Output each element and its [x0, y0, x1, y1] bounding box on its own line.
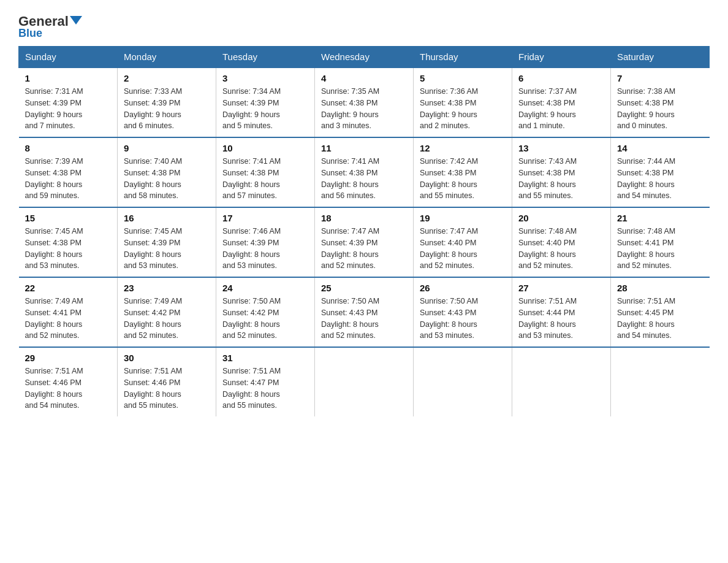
day-number: 15: [25, 213, 112, 223]
day-number: 8: [25, 143, 112, 153]
calendar-cell: 21 Sunrise: 7:48 AMSunset: 4:41 PMDaylig…: [611, 207, 710, 277]
calendar-cell: [315, 347, 414, 416]
day-number: 5: [420, 73, 506, 83]
calendar-cell: 10 Sunrise: 7:41 AMSunset: 4:38 PMDaylig…: [216, 137, 315, 207]
day-number: 29: [25, 353, 112, 363]
day-number: 18: [321, 213, 407, 223]
day-info: Sunrise: 7:50 AMSunset: 4:43 PMDaylight:…: [321, 296, 407, 342]
day-number: 1: [25, 73, 112, 83]
calendar-cell: 30 Sunrise: 7:51 AMSunset: 4:46 PMDaylig…: [118, 347, 216, 416]
day-number: 9: [124, 143, 210, 153]
day-info: Sunrise: 7:51 AMSunset: 4:45 PMDaylight:…: [617, 296, 703, 342]
day-info: Sunrise: 7:49 AMSunset: 4:41 PMDaylight:…: [25, 296, 112, 342]
day-info: Sunrise: 7:45 AMSunset: 4:38 PMDaylight:…: [25, 226, 112, 272]
calendar-cell: [611, 347, 710, 416]
page-header: General Blue: [18, 15, 710, 40]
day-info: Sunrise: 7:39 AMSunset: 4:38 PMDaylight:…: [25, 156, 112, 202]
day-info: Sunrise: 7:31 AMSunset: 4:39 PMDaylight:…: [25, 86, 112, 132]
calendar-cell: 17 Sunrise: 7:46 AMSunset: 4:39 PMDaylig…: [216, 207, 315, 277]
calendar-cell: 24 Sunrise: 7:50 AMSunset: 4:42 PMDaylig…: [216, 277, 315, 347]
calendar-cell: 13 Sunrise: 7:43 AMSunset: 4:38 PMDaylig…: [512, 137, 611, 207]
calendar-cell: 16 Sunrise: 7:45 AMSunset: 4:39 PMDaylig…: [118, 207, 216, 277]
header-wednesday: Wednesday: [315, 47, 414, 68]
calendar-cell: 22 Sunrise: 7:49 AMSunset: 4:41 PMDaylig…: [19, 277, 118, 347]
day-number: 19: [420, 213, 506, 223]
calendar-cell: [512, 347, 611, 416]
day-number: 10: [222, 143, 308, 153]
day-info: Sunrise: 7:51 AMSunset: 4:47 PMDaylight:…: [222, 366, 308, 412]
day-number: 22: [25, 283, 112, 293]
day-number: 28: [617, 283, 703, 293]
day-info: Sunrise: 7:40 AMSunset: 4:38 PMDaylight:…: [124, 156, 210, 202]
calendar-cell: 25 Sunrise: 7:50 AMSunset: 4:43 PMDaylig…: [315, 277, 414, 347]
day-number: 25: [321, 283, 407, 293]
day-info: Sunrise: 7:49 AMSunset: 4:42 PMDaylight:…: [124, 296, 210, 342]
day-info: Sunrise: 7:47 AMSunset: 4:39 PMDaylight:…: [321, 226, 407, 272]
calendar-cell: 6 Sunrise: 7:37 AMSunset: 4:38 PMDayligh…: [512, 67, 611, 137]
calendar-cell: [414, 347, 512, 416]
calendar-cell: 26 Sunrise: 7:50 AMSunset: 4:43 PMDaylig…: [414, 277, 512, 347]
day-info: Sunrise: 7:47 AMSunset: 4:40 PMDaylight:…: [420, 226, 506, 272]
day-info: Sunrise: 7:41 AMSunset: 4:38 PMDaylight:…: [321, 156, 407, 202]
header-monday: Monday: [118, 47, 216, 68]
day-number: 4: [321, 73, 407, 83]
header-friday: Friday: [512, 47, 611, 68]
calendar-cell: 1 Sunrise: 7:31 AMSunset: 4:39 PMDayligh…: [19, 67, 118, 137]
calendar-cell: 18 Sunrise: 7:47 AMSunset: 4:39 PMDaylig…: [315, 207, 414, 277]
day-number: 31: [222, 353, 308, 363]
calendar-cell: 28 Sunrise: 7:51 AMSunset: 4:45 PMDaylig…: [611, 277, 710, 347]
day-number: 27: [518, 283, 604, 293]
day-number: 21: [617, 213, 703, 223]
day-number: 26: [420, 283, 506, 293]
day-number: 11: [321, 143, 407, 153]
calendar-cell: 29 Sunrise: 7:51 AMSunset: 4:46 PMDaylig…: [19, 347, 118, 416]
calendar-cell: 3 Sunrise: 7:34 AMSunset: 4:39 PMDayligh…: [216, 67, 315, 137]
day-number: 3: [222, 73, 308, 83]
logo-blue: Blue: [18, 27, 42, 40]
day-info: Sunrise: 7:33 AMSunset: 4:39 PMDaylight:…: [124, 86, 210, 132]
day-number: 24: [222, 283, 308, 293]
calendar-week-row: 15 Sunrise: 7:45 AMSunset: 4:38 PMDaylig…: [19, 207, 710, 277]
header-saturday: Saturday: [611, 47, 710, 68]
day-info: Sunrise: 7:51 AMSunset: 4:46 PMDaylight:…: [25, 366, 112, 412]
day-info: Sunrise: 7:46 AMSunset: 4:39 PMDaylight:…: [222, 226, 308, 272]
calendar-cell: 20 Sunrise: 7:48 AMSunset: 4:40 PMDaylig…: [512, 207, 611, 277]
calendar-cell: 31 Sunrise: 7:51 AMSunset: 4:47 PMDaylig…: [216, 347, 315, 416]
header-sunday: Sunday: [19, 47, 118, 68]
day-number: 30: [124, 353, 210, 363]
calendar-week-row: 8 Sunrise: 7:39 AMSunset: 4:38 PMDayligh…: [19, 137, 710, 207]
day-info: Sunrise: 7:48 AMSunset: 4:41 PMDaylight:…: [617, 226, 703, 272]
day-number: 6: [518, 73, 604, 83]
calendar-cell: 8 Sunrise: 7:39 AMSunset: 4:38 PMDayligh…: [19, 137, 118, 207]
day-number: 12: [420, 143, 506, 153]
day-info: Sunrise: 7:36 AMSunset: 4:38 PMDaylight:…: [420, 86, 506, 132]
calendar-header-row: SundayMondayTuesdayWednesdayThursdayFrid…: [19, 47, 710, 68]
header-thursday: Thursday: [414, 47, 512, 68]
logo-general: General: [18, 15, 69, 28]
logo-triangle-icon: [70, 16, 82, 25]
day-number: 7: [617, 73, 703, 83]
day-info: Sunrise: 7:50 AMSunset: 4:43 PMDaylight:…: [420, 296, 506, 342]
calendar-cell: 5 Sunrise: 7:36 AMSunset: 4:38 PMDayligh…: [414, 67, 512, 137]
calendar-week-row: 1 Sunrise: 7:31 AMSunset: 4:39 PMDayligh…: [19, 67, 710, 137]
day-number: 16: [124, 213, 210, 223]
day-info: Sunrise: 7:45 AMSunset: 4:39 PMDaylight:…: [124, 226, 210, 272]
day-info: Sunrise: 7:35 AMSunset: 4:38 PMDaylight:…: [321, 86, 407, 132]
calendar-week-row: 22 Sunrise: 7:49 AMSunset: 4:41 PMDaylig…: [19, 277, 710, 347]
day-info: Sunrise: 7:34 AMSunset: 4:39 PMDaylight:…: [222, 86, 308, 132]
day-info: Sunrise: 7:38 AMSunset: 4:38 PMDaylight:…: [617, 86, 703, 132]
calendar-cell: 19 Sunrise: 7:47 AMSunset: 4:40 PMDaylig…: [414, 207, 512, 277]
calendar-cell: 14 Sunrise: 7:44 AMSunset: 4:38 PMDaylig…: [611, 137, 710, 207]
day-info: Sunrise: 7:50 AMSunset: 4:42 PMDaylight:…: [222, 296, 308, 342]
day-number: 20: [518, 213, 604, 223]
calendar-week-row: 29 Sunrise: 7:51 AMSunset: 4:46 PMDaylig…: [19, 347, 710, 416]
day-number: 17: [222, 213, 308, 223]
day-number: 23: [124, 283, 210, 293]
calendar-cell: 23 Sunrise: 7:49 AMSunset: 4:42 PMDaylig…: [118, 277, 216, 347]
day-info: Sunrise: 7:51 AMSunset: 4:46 PMDaylight:…: [124, 366, 210, 412]
logo: General Blue: [18, 15, 82, 40]
day-info: Sunrise: 7:43 AMSunset: 4:38 PMDaylight:…: [518, 156, 604, 202]
calendar-cell: 15 Sunrise: 7:45 AMSunset: 4:38 PMDaylig…: [19, 207, 118, 277]
calendar-cell: 11 Sunrise: 7:41 AMSunset: 4:38 PMDaylig…: [315, 137, 414, 207]
day-info: Sunrise: 7:41 AMSunset: 4:38 PMDaylight:…: [222, 156, 308, 202]
